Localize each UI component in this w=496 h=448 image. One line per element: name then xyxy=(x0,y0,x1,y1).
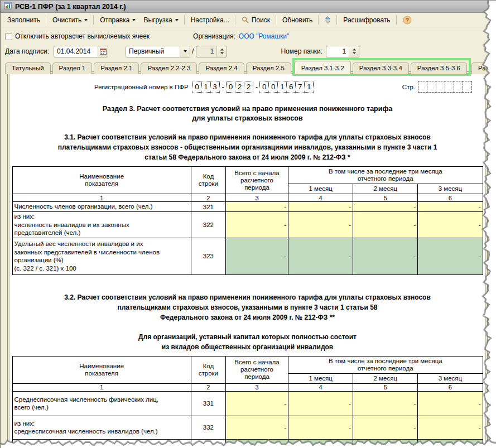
clear-button[interactable]: Очистить xyxy=(49,15,92,26)
spinner-arrows-icon xyxy=(216,46,227,57)
chevron-down-icon xyxy=(175,19,179,21)
section-3-2-text: 3.2. Расчет соответствия условий на прав… xyxy=(9,292,485,322)
header-months-group: В том числе за последние три месяца отче… xyxy=(288,167,483,184)
revision-dropdown-button[interactable] xyxy=(180,46,190,57)
tab-титульный[interactable]: Титульный xyxy=(5,62,51,74)
registration-row: Регистрационный номер в ПФР 013-022-0016… xyxy=(9,81,480,93)
tab-раздел-2.4[interactable]: Раздел 2.4 xyxy=(199,62,244,74)
sort-icon xyxy=(325,16,331,24)
search-button[interactable]: Поиск xyxy=(238,15,274,26)
header-months-group: В том числе за последние три месяца отче… xyxy=(288,356,483,373)
pfr-reg-number-field[interactable]: 013-022-001671 xyxy=(193,81,314,93)
value-cell: - xyxy=(288,238,353,274)
header-month: 1 месяц xyxy=(288,373,353,383)
tab-раздел-3.1-3.2[interactable]: Раздел 3.1-3.2 xyxy=(295,61,351,74)
page-box xyxy=(418,81,427,93)
value-cell[interactable]: - xyxy=(353,212,418,238)
autocalc-checkbox[interactable] xyxy=(5,33,12,40)
value-cell[interactable]: - xyxy=(353,416,418,439)
line-code: 323 xyxy=(191,238,225,274)
digit-box: 0 xyxy=(259,81,269,93)
digit-box: 2 xyxy=(235,81,244,93)
value-cell[interactable]: - xyxy=(288,202,353,212)
value-cell[interactable]: - xyxy=(225,212,288,238)
value-cell[interactable]: - xyxy=(225,416,288,439)
settings-button[interactable]: Настройка... xyxy=(187,15,233,26)
table-2-container: Наименование показателяКод строкиВсего с… xyxy=(9,356,485,447)
column-number: 4 xyxy=(288,194,353,202)
tab-раздел-2.5[interactable]: Раздел 2.5 xyxy=(246,62,291,74)
table-row: из них: численность инвалидов и их закон… xyxy=(12,212,483,238)
calendar-button[interactable] xyxy=(98,46,108,57)
digit-box: 0 xyxy=(268,81,278,93)
value-cell[interactable]: - xyxy=(225,391,288,416)
value-cell[interactable]: - xyxy=(225,202,288,212)
tab-раздел-4[interactable]: Раздел 4 xyxy=(471,62,496,74)
digit-box: 1 xyxy=(201,81,211,93)
value-cell[interactable]: - xyxy=(418,416,483,439)
spinner-arrows-icon[interactable] xyxy=(349,46,359,57)
tab-раздел-3.5-3.6[interactable]: Раздел 3.5-3.6 xyxy=(411,62,467,74)
page-number-field[interactable] xyxy=(418,81,472,93)
decrypt-button-label: Расшифровать xyxy=(343,16,390,24)
toolbar-separator xyxy=(93,15,94,25)
section-3-2-table: Наименование показателяКод строкиВсего с… xyxy=(12,356,483,447)
value-cell: - xyxy=(418,238,483,274)
column-number: 3 xyxy=(225,194,288,202)
chevron-down-icon xyxy=(84,19,88,21)
chevron-down-icon xyxy=(184,50,187,52)
tab-раздел-2.2-2.3[interactable]: Раздел 2.2-2.3 xyxy=(141,62,197,74)
value-cell[interactable]: - xyxy=(288,212,353,238)
indicator-name: из них: среднесписочная численность инва… xyxy=(12,416,191,439)
group-separator: - xyxy=(222,83,224,91)
page-box xyxy=(436,81,445,93)
sort-button[interactable] xyxy=(321,15,335,26)
toolbar-separator xyxy=(184,15,185,25)
toolbar-separator xyxy=(336,15,338,25)
decrypt-button[interactable]: Расшифровать xyxy=(339,15,394,26)
revision-select[interactable]: Первичный xyxy=(126,46,190,57)
export-button[interactable]: Выгрузка xyxy=(139,15,182,26)
fill-button-label: Заполнить xyxy=(7,16,40,24)
fill-button[interactable]: Заполнить xyxy=(3,15,44,26)
value-cell[interactable]: - xyxy=(288,391,353,416)
send-button[interactable]: Отправка xyxy=(96,15,139,26)
tab-highlight-annotation: Раздел 3.1-3.2Раздел 3.3-3.4Раздел 3.5-3… xyxy=(295,60,469,74)
group-separator: - xyxy=(256,83,258,91)
signature-date-field[interactable]: 01.04.2014 xyxy=(54,46,108,57)
value-cell[interactable]: - xyxy=(288,416,353,439)
value-cell[interactable]: - xyxy=(418,212,483,238)
indicator-name: Численность членов организации, всего (ч… xyxy=(12,202,191,212)
digit-box: 7 xyxy=(295,81,305,93)
table-row: Удельный вес численности инвалидов и их … xyxy=(12,238,483,274)
table-row: из них: среднесписочная численность инва… xyxy=(12,416,483,439)
help-button[interactable]: ? xyxy=(399,14,416,26)
organization-link[interactable]: ООО "Ромашки" xyxy=(239,32,290,40)
header-total: Всего с начала расчетного периода xyxy=(225,167,288,194)
value-cell[interactable]: - xyxy=(353,391,418,416)
value-cell[interactable]: - xyxy=(418,391,483,416)
column-number: 6 xyxy=(418,194,483,202)
batch-number-spinner[interactable]: 1 xyxy=(326,46,359,57)
tab-раздел-3.3-3.4[interactable]: Раздел 3.3-3.4 xyxy=(353,62,409,74)
refresh-button[interactable]: Обновить xyxy=(278,15,316,26)
indicator-name: из них: численность инвалидов и их закон… xyxy=(12,212,191,238)
column-number: 2 xyxy=(191,194,225,202)
value-cell[interactable]: - xyxy=(418,202,483,212)
header-code: Код строки xyxy=(191,356,225,383)
digit-box: 0 xyxy=(192,81,202,93)
signature-date-label: Дата подписи: xyxy=(5,47,49,55)
header-month: 2 месяц xyxy=(353,184,418,194)
tab-раздел-2.1[interactable]: Раздел 2.1 xyxy=(94,62,139,74)
value-cell[interactable]: - xyxy=(353,202,418,212)
value-cell: - xyxy=(288,439,353,446)
page-box xyxy=(463,81,472,93)
digit-box: 1 xyxy=(304,81,314,93)
tab-раздел-1[interactable]: Раздел 1 xyxy=(52,62,93,74)
header-name: Наименование показателя xyxy=(12,356,191,383)
line-code: 321 xyxy=(191,202,225,212)
header-month: 2 месяц xyxy=(353,373,418,383)
value-cell: - xyxy=(418,439,483,446)
table-row: Численность членов организации, всего (ч… xyxy=(12,202,483,212)
column-number: 5 xyxy=(353,194,418,202)
